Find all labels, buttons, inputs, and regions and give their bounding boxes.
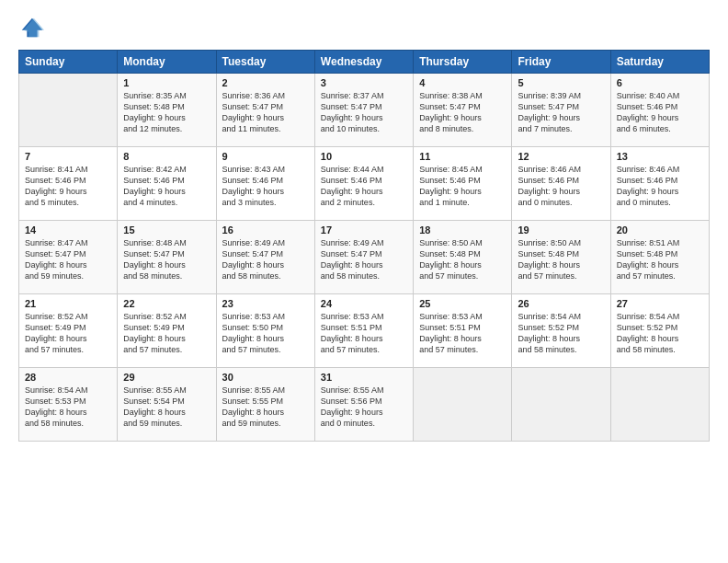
weekday-header-friday: Friday [512, 51, 610, 74]
calendar-week-row: 14Sunrise: 8:47 AM Sunset: 5:47 PM Dayli… [19, 221, 710, 294]
weekday-header-monday: Monday [118, 51, 216, 74]
calendar-cell: 3Sunrise: 8:37 AM Sunset: 5:47 PM Daylig… [314, 74, 413, 147]
logo [18, 15, 48, 40]
day-number: 2 [222, 77, 309, 88]
calendar-cell: 13Sunrise: 8:46 AM Sunset: 5:46 PM Dayli… [610, 147, 709, 221]
calendar-cell: 8Sunrise: 8:42 AM Sunset: 5:46 PM Daylig… [118, 147, 216, 221]
day-info: Sunrise: 8:55 AM Sunset: 5:55 PM Dayligh… [222, 385, 309, 430]
calendar-cell: 18Sunrise: 8:50 AM Sunset: 5:48 PM Dayli… [414, 221, 512, 294]
day-info: Sunrise: 8:39 AM Sunset: 5:47 PM Dayligh… [518, 90, 604, 135]
day-info: Sunrise: 8:55 AM Sunset: 5:56 PM Dayligh… [321, 385, 407, 430]
day-info: Sunrise: 8:44 AM Sunset: 5:46 PM Dayligh… [321, 164, 407, 209]
day-number: 16 [222, 224, 309, 236]
page-container: SundayMondayTuesdayWednesdayThursdayFrid… [0, 0, 728, 563]
day-info: Sunrise: 8:35 AM Sunset: 5:48 PM Dayligh… [123, 90, 210, 135]
day-number: 12 [518, 151, 604, 162]
day-info: Sunrise: 8:41 AM Sunset: 5:46 PM Dayligh… [25, 164, 111, 209]
day-info: Sunrise: 8:38 AM Sunset: 5:47 PM Dayligh… [419, 90, 506, 135]
weekday-header-tuesday: Tuesday [216, 51, 314, 74]
day-info: Sunrise: 8:55 AM Sunset: 5:54 PM Dayligh… [123, 385, 210, 430]
day-info: Sunrise: 8:49 AM Sunset: 5:47 PM Dayligh… [321, 237, 407, 282]
day-number: 14 [25, 224, 111, 236]
weekday-header-thursday: Thursday [414, 51, 512, 74]
day-number: 11 [419, 151, 506, 162]
day-number: 8 [123, 151, 210, 162]
calendar-week-row: 28Sunrise: 8:54 AM Sunset: 5:53 PM Dayli… [19, 368, 710, 442]
calendar-cell: 24Sunrise: 8:53 AM Sunset: 5:51 PM Dayli… [314, 294, 413, 368]
day-number: 23 [222, 298, 309, 309]
day-number: 27 [617, 298, 703, 309]
calendar-cell: 2Sunrise: 8:36 AM Sunset: 5:47 PM Daylig… [216, 74, 314, 147]
calendar-cell: 23Sunrise: 8:53 AM Sunset: 5:50 PM Dayli… [216, 294, 314, 368]
day-number: 28 [25, 372, 111, 383]
calendar-cell: 26Sunrise: 8:54 AM Sunset: 5:52 PM Dayli… [512, 294, 610, 368]
day-info: Sunrise: 8:45 AM Sunset: 5:46 PM Dayligh… [419, 164, 506, 209]
day-info: Sunrise: 8:50 AM Sunset: 5:48 PM Dayligh… [419, 237, 506, 282]
calendar-week-row: 21Sunrise: 8:52 AM Sunset: 5:49 PM Dayli… [19, 294, 710, 368]
day-number: 10 [321, 151, 407, 162]
weekday-header-saturday: Saturday [610, 51, 709, 74]
calendar-cell: 29Sunrise: 8:55 AM Sunset: 5:54 PM Dayli… [118, 368, 216, 442]
calendar-week-row: 7Sunrise: 8:41 AM Sunset: 5:46 PM Daylig… [19, 147, 710, 221]
day-info: Sunrise: 8:46 AM Sunset: 5:46 PM Dayligh… [518, 164, 604, 209]
day-info: Sunrise: 8:53 AM Sunset: 5:51 PM Dayligh… [419, 311, 506, 356]
day-info: Sunrise: 8:40 AM Sunset: 5:46 PM Dayligh… [617, 90, 703, 135]
day-info: Sunrise: 8:47 AM Sunset: 5:47 PM Dayligh… [25, 237, 111, 282]
day-info: Sunrise: 8:36 AM Sunset: 5:47 PM Dayligh… [222, 90, 309, 135]
day-number: 18 [419, 224, 506, 236]
calendar-cell: 10Sunrise: 8:44 AM Sunset: 5:46 PM Dayli… [314, 147, 413, 221]
day-number: 6 [617, 77, 703, 88]
day-info: Sunrise: 8:42 AM Sunset: 5:46 PM Dayligh… [123, 164, 210, 209]
day-info: Sunrise: 8:48 AM Sunset: 5:47 PM Dayligh… [123, 237, 210, 282]
weekday-header-wednesday: Wednesday [314, 51, 413, 74]
calendar-cell: 16Sunrise: 8:49 AM Sunset: 5:47 PM Dayli… [216, 221, 314, 294]
calendar-cell: 12Sunrise: 8:46 AM Sunset: 5:46 PM Dayli… [512, 147, 610, 221]
calendar-cell: 5Sunrise: 8:39 AM Sunset: 5:47 PM Daylig… [512, 74, 610, 147]
calendar-cell [512, 368, 610, 442]
calendar-cell: 11Sunrise: 8:45 AM Sunset: 5:46 PM Dayli… [414, 147, 512, 221]
day-number: 19 [518, 224, 604, 236]
calendar-week-row: 1Sunrise: 8:35 AM Sunset: 5:48 PM Daylig… [19, 74, 710, 147]
calendar-cell: 9Sunrise: 8:43 AM Sunset: 5:46 PM Daylig… [216, 147, 314, 221]
calendar-cell: 7Sunrise: 8:41 AM Sunset: 5:46 PM Daylig… [19, 147, 118, 221]
day-number: 4 [419, 77, 506, 88]
day-number: 7 [25, 151, 111, 162]
day-number: 22 [123, 298, 210, 309]
calendar-cell: 27Sunrise: 8:54 AM Sunset: 5:52 PM Dayli… [610, 294, 709, 368]
weekday-header-sunday: Sunday [19, 51, 118, 74]
day-number: 31 [321, 372, 407, 383]
calendar-cell: 17Sunrise: 8:49 AM Sunset: 5:47 PM Dayli… [314, 221, 413, 294]
day-info: Sunrise: 8:52 AM Sunset: 5:49 PM Dayligh… [123, 311, 210, 356]
svg-marker-1 [24, 18, 44, 38]
calendar-cell: 30Sunrise: 8:55 AM Sunset: 5:55 PM Dayli… [216, 368, 314, 442]
day-number: 25 [419, 298, 506, 309]
day-number: 20 [617, 224, 703, 236]
day-info: Sunrise: 8:37 AM Sunset: 5:47 PM Dayligh… [321, 90, 407, 135]
day-number: 3 [321, 77, 407, 88]
day-number: 9 [222, 151, 309, 162]
day-info: Sunrise: 8:49 AM Sunset: 5:47 PM Dayligh… [222, 237, 309, 282]
day-info: Sunrise: 8:53 AM Sunset: 5:51 PM Dayligh… [321, 311, 407, 356]
day-number: 5 [518, 77, 604, 88]
day-info: Sunrise: 8:54 AM Sunset: 5:53 PM Dayligh… [25, 385, 111, 430]
day-info: Sunrise: 8:54 AM Sunset: 5:52 PM Dayligh… [617, 311, 703, 356]
logo-icon [18, 15, 44, 40]
day-info: Sunrise: 8:52 AM Sunset: 5:49 PM Dayligh… [25, 311, 111, 356]
calendar-cell: 1Sunrise: 8:35 AM Sunset: 5:48 PM Daylig… [118, 74, 216, 147]
calendar-cell: 14Sunrise: 8:47 AM Sunset: 5:47 PM Dayli… [19, 221, 118, 294]
calendar-cell: 4Sunrise: 8:38 AM Sunset: 5:47 PM Daylig… [414, 74, 512, 147]
calendar-cell: 25Sunrise: 8:53 AM Sunset: 5:51 PM Dayli… [414, 294, 512, 368]
day-info: Sunrise: 8:53 AM Sunset: 5:50 PM Dayligh… [222, 311, 309, 356]
day-number: 21 [25, 298, 111, 309]
weekday-header-row: SundayMondayTuesdayWednesdayThursdayFrid… [19, 51, 710, 74]
calendar-cell: 20Sunrise: 8:51 AM Sunset: 5:48 PM Dayli… [610, 221, 709, 294]
calendar-cell [414, 368, 512, 442]
calendar-table: SundayMondayTuesdayWednesdayThursdayFrid… [18, 50, 710, 442]
day-number: 29 [123, 372, 210, 383]
calendar-cell: 19Sunrise: 8:50 AM Sunset: 5:48 PM Dayli… [512, 221, 610, 294]
day-info: Sunrise: 8:54 AM Sunset: 5:52 PM Dayligh… [518, 311, 604, 356]
calendar-cell [19, 74, 118, 147]
day-number: 1 [123, 77, 210, 88]
calendar-cell: 28Sunrise: 8:54 AM Sunset: 5:53 PM Dayli… [19, 368, 118, 442]
day-info: Sunrise: 8:50 AM Sunset: 5:48 PM Dayligh… [518, 237, 604, 282]
